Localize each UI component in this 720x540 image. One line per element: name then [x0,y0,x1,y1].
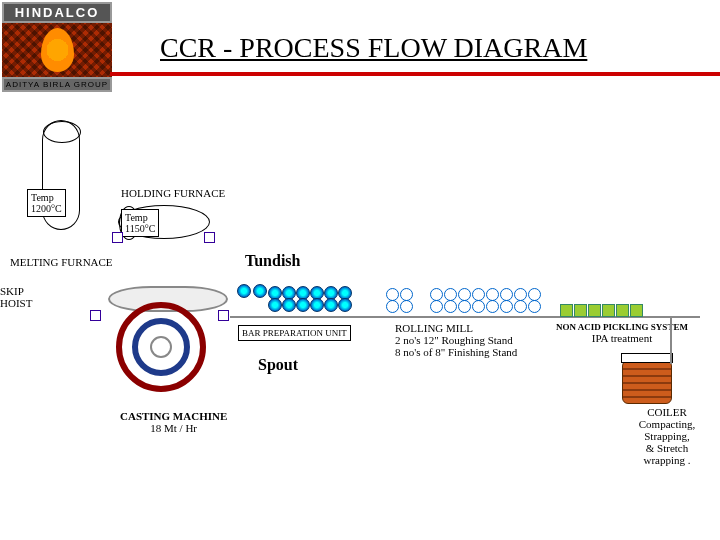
casting-wheel-icon [116,302,206,392]
connector-sq [90,310,101,321]
logo-pattern [2,23,112,77]
melting-furnace-label: MELTING FURNACE [10,256,113,268]
casting-rate: 18 Mt / Hr [120,422,227,434]
holding-furnace-label: HOLDING FURNACE [121,187,225,199]
connector-sq [218,310,229,321]
casting-label-block: CASTING MACHINE 18 Mt / Hr [120,410,227,434]
melting-temp-box: Temp 1200°C [27,189,66,217]
connector-sq [204,232,215,243]
logo-group: ADITYA BIRLA GROUP [2,77,112,92]
title-underline [110,72,720,76]
rolling-rollers-bot [430,300,541,313]
pickling-units [560,304,643,317]
rolling-l2: 8 no's of 8" Finishing Stand [395,346,517,358]
bar-prep-wheels [268,298,352,312]
coiler-l3: & Stretch [622,442,712,454]
page-title: CCR - PROCESS FLOW DIAGRAM [160,32,587,64]
rolling-l1: 2 no's 12" Roughing Stand [395,334,517,346]
rolling-mill-block: ROLLING MILL 2 no's 12" Roughing Stand 8… [395,322,517,358]
rolling-title: ROLLING MILL [395,322,517,334]
coiler-l4: wrapping . [622,454,712,466]
coiler-feed-line [670,318,672,364]
coiler-icon [622,360,672,404]
coiler-l1: Compacting, [622,418,712,430]
coiler-l2: Strapping, [622,430,712,442]
coiler-block: COILER Compacting, Strapping, & Stretch … [622,406,712,466]
tundish-label: Tundish [245,252,300,270]
casting-title: CASTING MACHINE [120,410,227,422]
company-logo: HINDALCO ADITYA BIRLA GROUP [2,2,112,92]
bar-prep-label: BAR PREPARATION UNIT [238,325,351,341]
holding-temp-box: Temp 1150°C [121,209,159,237]
spout-label: Spout [258,356,298,374]
bar-prep-wheels [237,284,267,298]
coiler-title: COILER [622,406,712,418]
rolling-rollers-bot [386,300,413,313]
connector-sq [112,232,123,243]
logo-brand: HINDALCO [2,2,112,23]
skip-hoist-label: SKIP HOIST [0,285,32,309]
